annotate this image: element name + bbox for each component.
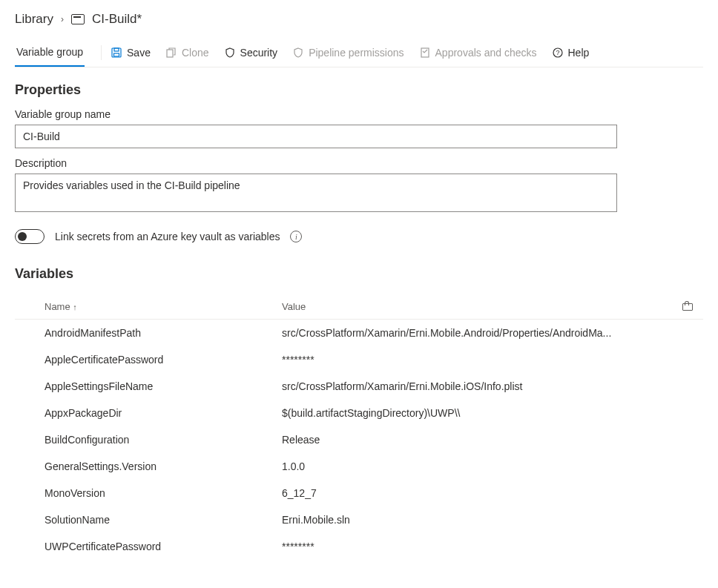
pipeline-permissions-label: Pipeline permissions: [309, 47, 404, 59]
variable-name: AndroidManifestPath: [15, 327, 282, 339]
command-bar: Save Clone Security Pipeline permissions…: [111, 47, 589, 59]
table-row[interactable]: AppleCertificatePassword********: [15, 346, 703, 373]
variable-value: 1.0.0: [282, 460, 681, 472]
variable-name: AppleCertificatePassword: [15, 354, 282, 366]
table-row[interactable]: MonoVersion6_12_7: [15, 480, 703, 506]
breadcrumb: Library › CI-Build*: [15, 12, 703, 27]
divider: [101, 45, 102, 60]
table-row[interactable]: SolutionNameErni.Mobile.sln: [15, 506, 703, 533]
checklist-icon: [419, 47, 431, 59]
key-vault-toggle-row: Link secrets from an Azure key vault as …: [15, 229, 703, 244]
svg-text:?: ?: [556, 49, 559, 56]
save-icon: [111, 47, 122, 59]
svg-rect-3: [167, 50, 173, 57]
variable-name: AppleSettingsFileName: [15, 380, 282, 392]
sort-ascending-icon: ↑: [73, 303, 77, 311]
properties-heading: Properties: [15, 82, 703, 98]
save-label: Save: [127, 47, 151, 59]
table-row[interactable]: BuildConfigurationRelease: [15, 426, 703, 453]
shield-icon: [224, 47, 236, 59]
table-row[interactable]: GeneralSettings.Version1.0.0: [15, 453, 703, 480]
column-header-lock: [681, 301, 703, 313]
variable-group-icon: [71, 14, 85, 24]
variable-name: BuildConfiguration: [15, 434, 282, 446]
description-label: Description: [15, 157, 703, 169]
table-row[interactable]: AndroidManifestPathsrc/CrossPlatform/Xam…: [15, 320, 703, 346]
variable-value: 6_12_7: [282, 487, 681, 499]
variable-value: Release: [282, 434, 681, 446]
variable-name: MonoVersion: [15, 487, 282, 499]
variables-header: Name ↑ Value: [15, 295, 703, 320]
save-button[interactable]: Save: [111, 47, 151, 59]
approvals-button: Approvals and checks: [419, 47, 537, 59]
variable-name: SolutionName: [15, 514, 282, 526]
variable-value: src/CrossPlatform/Xamarin/Erni.Mobile.An…: [282, 327, 681, 339]
variable-name: AppxPackageDir: [15, 407, 282, 419]
header-name-label: Name: [45, 301, 70, 312]
key-vault-toggle[interactable]: [15, 229, 45, 244]
help-icon: ?: [552, 47, 564, 59]
description-input[interactable]: [15, 174, 617, 212]
svg-rect-0: [112, 48, 121, 57]
security-label: Security: [240, 47, 278, 59]
clone-icon: [165, 47, 177, 59]
variables-table: Name ↑ Value AndroidManifestPathsrc/Cros…: [15, 295, 703, 560]
variable-value: ********: [282, 541, 681, 552]
column-header-name[interactable]: Name ↑: [15, 301, 282, 313]
pipeline-permissions-button: Pipeline permissions: [292, 47, 404, 59]
svg-rect-2: [114, 53, 119, 56]
tab-bar: Variable group Save Clone Security Pipel…: [15, 39, 703, 67]
variable-value: src/CrossPlatform/Xamarin/Erni.Mobile.iO…: [282, 380, 681, 392]
variable-name: UWPCertificatePassword: [15, 541, 282, 552]
svg-rect-1: [114, 48, 119, 51]
key-vault-toggle-label: Link secrets from an Azure key vault as …: [55, 231, 280, 242]
approvals-label: Approvals and checks: [435, 47, 537, 59]
table-row[interactable]: UWPCertificatePassword********: [15, 533, 703, 560]
variable-value: ********: [282, 354, 681, 366]
name-label: Variable group name: [15, 108, 703, 120]
table-row[interactable]: AppxPackageDir$(build.artifactStagingDir…: [15, 400, 703, 426]
breadcrumb-root[interactable]: Library: [15, 12, 53, 27]
variable-value: $(build.artifactStagingDirectory)\UWP\\: [282, 407, 681, 419]
chevron-right-icon: ›: [61, 14, 64, 24]
table-row[interactable]: AppleSettingsFileNamesrc/CrossPlatform/X…: [15, 373, 703, 400]
info-icon[interactable]: i: [290, 231, 302, 242]
lock-icon: [682, 301, 691, 311]
breadcrumb-current: CI-Build*: [92, 12, 142, 27]
clone-label: Clone: [182, 47, 209, 59]
variable-value: Erni.Mobile.sln: [282, 514, 681, 526]
security-button[interactable]: Security: [224, 47, 278, 59]
svg-rect-4: [421, 48, 429, 57]
tab-variable-group[interactable]: Variable group: [15, 39, 85, 67]
column-header-value[interactable]: Value: [282, 301, 681, 313]
clone-button: Clone: [165, 47, 209, 59]
variables-heading: Variables: [15, 266, 703, 282]
variable-group-name-input[interactable]: [15, 125, 617, 148]
shield-outline-icon: [292, 47, 304, 59]
help-label: Help: [568, 47, 590, 59]
help-button[interactable]: ? Help: [552, 47, 590, 59]
variable-name: GeneralSettings.Version: [15, 460, 282, 472]
